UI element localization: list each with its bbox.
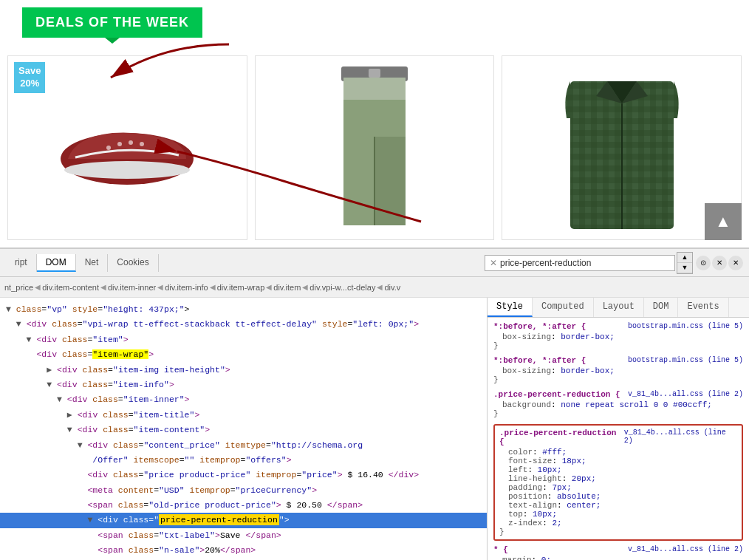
website-preview: DEALS OF THE WEEK Save20% xyxy=(0,0,749,247)
rule-file[interactable]: v_81_4b...all.css (line 2) xyxy=(628,545,743,554)
css-val: 7px; xyxy=(552,483,571,492)
style-tab-computed[interactable]: Computed xyxy=(533,298,594,317)
css-val: center; xyxy=(567,501,601,510)
dom-line: <div class="price product-price" itempro… xyxy=(0,468,487,482)
css-prop: z-index xyxy=(508,519,542,527)
search-option-3[interactable]: ✕ xyxy=(728,256,743,270)
rule-body: color: #fff; font-size: 18px; left: 10px… xyxy=(499,448,737,527)
css-prop: font-size xyxy=(508,457,552,465)
annotation-arrow-2 xyxy=(148,133,428,229)
css-prop: top xyxy=(508,510,523,519)
css-val: 10px; xyxy=(538,465,562,474)
scroll-up-button[interactable]: ▲ xyxy=(705,203,742,240)
search-clear-icon[interactable]: ✕ xyxy=(490,258,497,268)
css-val: absolute; xyxy=(557,492,601,501)
style-tab-events[interactable]: Events xyxy=(678,298,728,317)
dom-line: ▼ class="vp" style="height: 437px;"> xyxy=(0,302,487,317)
rule-selector: * { xyxy=(493,545,508,554)
style-rule: * { v_81_4b...all.css (line 2) margin: 0… xyxy=(493,545,743,560)
rule-header: * { v_81_4b...all.css (line 2) xyxy=(493,545,743,554)
css-val: 10px; xyxy=(533,510,557,519)
dom-line: ▼ <div class="content_price" itemtype="h… xyxy=(0,438,487,453)
css-prop: text-align xyxy=(508,501,557,510)
breadcrumb-item-1[interactable]: div.item-content xyxy=(42,283,99,292)
css-val: #fff; xyxy=(542,448,567,457)
devtools-main: ▼ class="vp" style="height: 437px;"> ▼ <… xyxy=(0,298,749,560)
dom-line: <span class="n-sale">20%</span> xyxy=(0,543,487,558)
search-box: ✕ xyxy=(485,255,675,271)
shirt-image xyxy=(555,59,688,236)
rule-file[interactable]: bootstrap.min.css (line 5) xyxy=(628,322,743,331)
annotation-arrow-1 xyxy=(52,37,236,96)
styles-panel: Style Computed Layout DOM Events *:befor… xyxy=(488,298,749,560)
rule-selector: *:before, *:after { xyxy=(493,322,586,331)
rule-file[interactable]: bootstrap.min.css (line 5) xyxy=(628,356,743,365)
rule-header: *:before, *:after { bootstrap.min.css (l… xyxy=(493,322,743,331)
rule-body: box-sizing: border-box; xyxy=(493,366,743,375)
tab-dom[interactable]: DOM xyxy=(37,254,76,272)
breadcrumb-item-6[interactable]: div.vpi-w...ct-delay xyxy=(309,283,375,292)
search-navigation: ▲ ▼ xyxy=(677,252,693,274)
breadcrumb-item-4[interactable]: div.item-wrap xyxy=(217,283,265,292)
devtools-tabs-left: ript DOM Net Cookies xyxy=(6,254,159,272)
css-val: none repeat scroll 0 0 #00ccff; xyxy=(561,400,712,409)
banner-text: DEALS OF THE WEEK xyxy=(35,15,189,30)
styles-content: *:before, *:after { bootstrap.min.css (l… xyxy=(488,318,749,560)
rule-brace: } xyxy=(499,527,737,536)
style-tab-style[interactable]: Style xyxy=(488,298,533,317)
tab-net[interactable]: Net xyxy=(76,254,109,272)
tab-cookies[interactable]: Cookies xyxy=(108,254,158,272)
css-prop: margin xyxy=(502,556,532,560)
dom-line: ▶ <div class="item-img item-height"> xyxy=(0,363,487,378)
breadcrumb-item-7[interactable]: div.v xyxy=(384,283,400,292)
deals-banner: DEALS OF THE WEEK xyxy=(22,7,202,38)
css-val: border-box; xyxy=(561,366,615,375)
devtools-panel: ript DOM Net Cookies ✕ ▲ ▼ ⊙ ✕ xyxy=(0,247,749,560)
breadcrumb-item-5[interactable]: div.item xyxy=(273,283,301,292)
breadcrumb-item-3[interactable]: div.item-info xyxy=(165,283,208,292)
dom-line: ▼ <div class="item-content"> xyxy=(0,423,487,437)
search-option-1[interactable]: ⊙ xyxy=(696,256,711,270)
svg-point-2 xyxy=(106,146,111,150)
search-input[interactable] xyxy=(500,258,670,268)
dom-line: /Offer" itemscope="" itemprop="offers"> xyxy=(0,453,487,468)
style-rule-highlighted: .price-percent-reduction { v_81_4b...all… xyxy=(493,424,743,541)
rule-header: *:before, *:after { bootstrap.min.css (l… xyxy=(493,356,743,365)
css-prop: line-height xyxy=(508,474,562,483)
dom-line: <div class="item-wrap"> xyxy=(0,347,487,362)
style-rule: .price-percent-reduction { v_81_4b...all… xyxy=(493,390,743,418)
css-val: 2; xyxy=(552,519,561,527)
css-prop: left xyxy=(508,465,527,474)
rule-brace: } xyxy=(493,409,743,418)
devtools-toolbar: ript DOM Net Cookies ✕ ▲ ▼ ⊙ ✕ xyxy=(0,249,749,277)
dom-panel: ▼ class="vp" style="height: 437px;"> ▼ <… xyxy=(0,298,488,560)
css-prop: box-sizing xyxy=(502,366,551,375)
css-val: 0; xyxy=(541,556,551,560)
tab-script[interactable]: ript xyxy=(6,254,37,272)
style-tab-dom[interactable]: DOM xyxy=(644,298,679,317)
breadcrumb-item-2[interactable]: div.item-inner xyxy=(108,283,156,292)
css-prop: position xyxy=(508,492,547,501)
dom-line-selected[interactable]: ▼ <div class="price-percent-reduction"> xyxy=(0,513,487,527)
rule-brace: } xyxy=(493,375,743,384)
rule-file[interactable]: v_81_4b...all.css (line 2) xyxy=(628,390,743,399)
css-val: 18px; xyxy=(562,457,586,465)
dom-line: ▼ <div class="item-info"> xyxy=(0,378,487,392)
rule-selector: *:before, *:after { xyxy=(493,356,586,365)
styles-tabs: Style Computed Layout DOM Events xyxy=(488,298,749,318)
rule-body: margin: 0; padding: 0; xyxy=(493,556,743,560)
css-prop: color xyxy=(508,448,533,457)
svg-point-5 xyxy=(140,142,144,146)
css-val: border-box; xyxy=(561,332,615,341)
svg-point-4 xyxy=(129,140,133,145)
search-prev-button[interactable]: ▲ xyxy=(677,253,692,263)
search-area: ✕ ▲ ▼ ⊙ ✕ ✕ xyxy=(485,252,743,274)
rule-header: .price-percent-reduction { v_81_4b...all… xyxy=(499,428,737,446)
style-rule: *:before, *:after { bootstrap.min.css (l… xyxy=(493,356,743,384)
style-tab-layout[interactable]: Layout xyxy=(594,298,644,317)
rule-file[interactable]: v_81_4b...all.css (line 2) xyxy=(624,428,737,446)
breadcrumb: nt_price ◀ div.item-content ◀ div.item-i… xyxy=(0,277,749,298)
breadcrumb-item-0[interactable]: nt_price xyxy=(4,283,33,292)
search-option-2[interactable]: ✕ xyxy=(712,256,727,270)
search-next-button[interactable]: ▼ xyxy=(677,263,692,273)
